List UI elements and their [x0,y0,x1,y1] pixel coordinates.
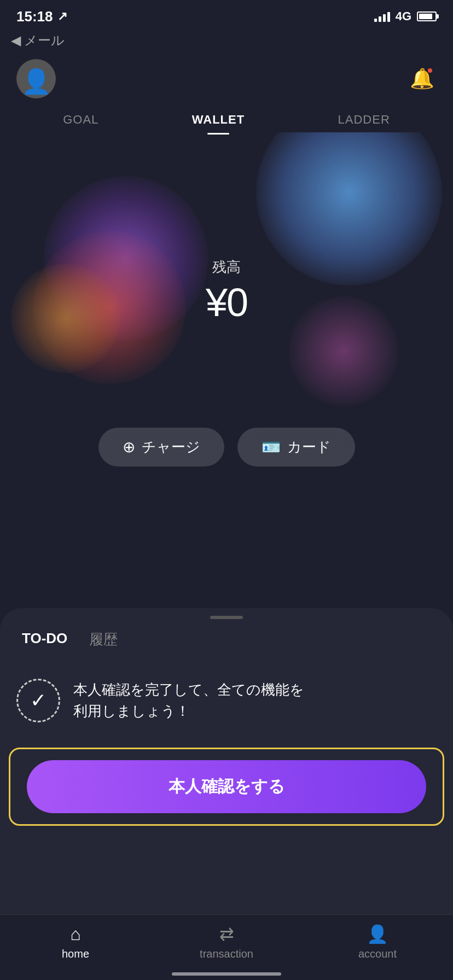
verify-button[interactable]: 本人確認をする [27,760,426,813]
charge-button[interactable]: ⊕ チャージ [98,428,224,466]
network-label: 4G [396,9,411,24]
nav-account[interactable]: 👤 account [339,924,416,960]
plus-circle-icon: ⊕ [123,438,135,456]
home-indicator [172,972,281,976]
card-button[interactable]: 🪪 カード [237,428,355,466]
todo-tab[interactable]: TO-DO [22,630,67,654]
checkmark-icon: ✓ [30,689,47,712]
signal-icon [374,11,390,22]
account-icon: 👤 [367,924,388,944]
header: 👤 🔔 [0,54,453,104]
charge-label: チャージ [142,438,200,457]
time-label: 15:18 [16,8,53,25]
action-buttons: ⊕ チャージ 🪪 カード [0,417,453,477]
history-tab[interactable]: 履歴 [89,630,118,654]
tab-wallet[interactable]: WALLET [183,109,253,130]
transaction-icon: ⇄ [219,924,234,944]
home-nav-label: home [62,948,89,960]
avatar[interactable]: 👤 [16,59,56,98]
nav-transaction[interactable]: ⇄ transaction [188,924,265,960]
notification-button[interactable]: 🔔 [407,64,437,94]
card-icon: 🪪 [262,438,281,456]
orb-orange [11,264,120,373]
wallet-area: 残高 ¥0 [0,132,453,417]
transaction-nav-label: transaction [200,948,253,960]
balance-label: 残高 [206,258,247,277]
orb-blue [256,132,442,285]
bottom-navigation: ⌂ home ⇄ transaction 👤 account [0,914,453,980]
sheet-content: ✓ 本人確認を完了して、全ての機能を 利用しましょう！ [0,654,453,742]
tab-navigation: GOAL WALLET LADDER [0,104,453,132]
balance-amount: ¥0 [206,280,247,325]
tab-ladder[interactable]: LADDER [329,109,399,130]
account-nav-label: account [358,948,397,960]
avatar-icon: 👤 [21,67,51,96]
nav-home[interactable]: ⌂ home [37,924,114,960]
status-indicators: 4G [374,9,437,24]
home-icon: ⌂ [70,924,80,944]
todo-text: 本人確認を完了して、全ての機能を 利用しましょう！ [73,679,304,722]
back-nav[interactable]: ◀ メール [0,30,453,54]
check-circle-icon: ✓ [16,679,60,722]
todo-item: ✓ 本人確認を完了して、全ての機能を 利用しましょう！ [16,670,437,731]
verify-button-wrapper: 本人確認をする [9,748,444,826]
battery-icon [417,11,437,21]
back-label: メール [24,32,65,49]
card-label: カード [287,438,331,457]
status-time: 15:18 ↗ [16,8,67,25]
orb-pink [289,296,398,406]
location-icon: ↗ [57,9,67,24]
back-arrow-icon: ◀ [11,33,21,48]
verify-label: 本人確認をする [169,777,285,795]
sheet-tabs: TO-DO 履歴 [0,619,453,654]
balance-container: 残高 ¥0 [206,258,247,325]
status-bar: 15:18 ↗ 4G [0,0,453,30]
notification-badge [427,67,433,74]
tab-goal[interactable]: GOAL [54,109,107,130]
